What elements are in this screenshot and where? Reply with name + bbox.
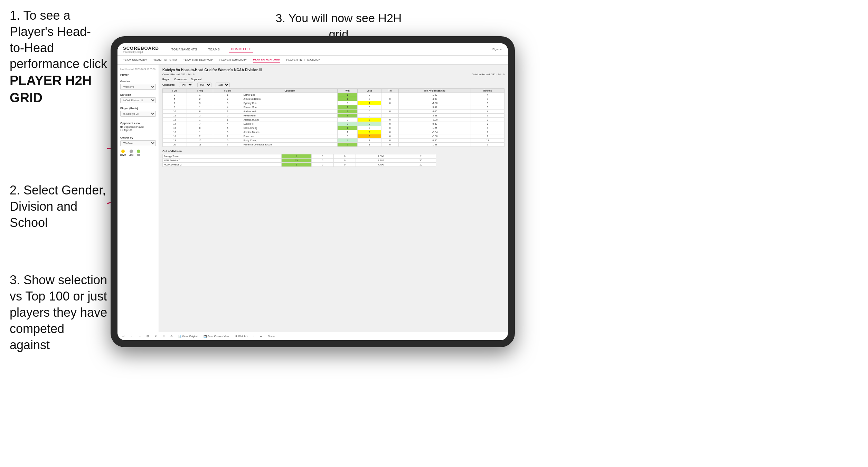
table-row: 19 10 6 Emily Chang 4 1 0 0.30 11 (163, 139, 504, 143)
col-conf: # Conf (213, 89, 242, 93)
subnav-team-h2h-grid[interactable]: TEAM H2H GRID (153, 58, 177, 62)
overall-record: Overall Record: 353 - 34 - 6 (162, 73, 195, 76)
logo-scoreboard: SCOREBOARD (123, 46, 159, 51)
table-row: 14 7 4 Eunice Yi 2 2 0 0.38 9 (163, 122, 504, 126)
colour-down: Down (120, 150, 126, 156)
opponent-filter-select[interactable]: (All) (216, 83, 230, 87)
toolbar-grid-icon[interactable]: ⊞ (145, 334, 150, 338)
toolbar-download[interactable]: ↓ (252, 334, 256, 338)
subnav-team-h2h-heatmap[interactable]: TEAM H2H HEATMAP (183, 58, 213, 62)
table-row: 20 11 7 Federica Domecq Lacroze 2 1 0 1.… (163, 143, 504, 147)
h2h-table: # Div # Reg # Conf Opponent Win Loss Tie… (162, 88, 504, 147)
out-of-division-header: Out of division (162, 150, 504, 153)
opponents-played-radio[interactable]: Opponents Played (120, 126, 156, 128)
instruction-2: 2. Select Gender, Division and School (10, 182, 108, 231)
colour-up-label: Up (137, 154, 140, 156)
ood-table-row: Foreign Team 1 0 0 4.500 2 (163, 154, 436, 159)
colour-level-label: Level (129, 154, 134, 156)
logo-sub: Powered by clippd (123, 51, 159, 53)
toolbar-undo[interactable]: ↩ (121, 334, 126, 338)
instruction-1-text: 1. To see a Player's Head- to-Head perfo… (10, 8, 107, 105)
subnav-player-h2h-heatmap[interactable]: PLAYER H2H HEATMAP (286, 58, 320, 62)
player-rank-label: Player (Rank) (120, 107, 156, 110)
gender-select[interactable]: Women's (120, 84, 156, 90)
ood-table-row: NCAA Division 2 5 0 0 7.400 10 (163, 163, 436, 167)
sidebar: Last Updated: 27/03/2024 16:55:38 Player… (117, 65, 159, 332)
subnav-player-summary[interactable]: PLAYER SUMMARY (219, 58, 247, 62)
region-filter-group: Region (162, 78, 170, 80)
opponent-view-label: Opponent view (120, 122, 156, 125)
grid-records: Overall Record: 353 - 34 - 6 Division Re… (162, 73, 504, 76)
colour-down-dot (121, 150, 125, 153)
grid-title: Katelyn Vo Head-to-Head Grid for Women's… (162, 68, 504, 72)
nav-right: Sign out (492, 48, 502, 51)
tablet: SCOREBOARD Powered by clippd TOURNAMENTS… (111, 36, 515, 347)
conference-label: Conference (174, 78, 187, 80)
subnav-player-h2h-grid[interactable]: PLAYER H2H GRID (253, 57, 280, 63)
opponent-label-header: Opponent (191, 78, 201, 80)
top100-label: Top 100 (124, 129, 132, 131)
toolbar-view-icon[interactable]: ⊙ (169, 334, 174, 338)
colour-legend: Down Level Up (120, 150, 156, 156)
nav-committee[interactable]: COMMITTEE (229, 46, 253, 53)
toolbar-share[interactable]: Share (266, 334, 276, 338)
bottom-toolbar: ↩ ← → ⊞ ↗ ↺ ⊙ 📊 View: Original 💾 Save Cu… (117, 332, 508, 340)
player-rank-section: Player (Rank) 8. Katelyn Vo (120, 107, 156, 117)
top100-radio[interactable]: Top 100 (120, 129, 156, 131)
opponent-view-section: Opponent view Opponents Played Top 100 (120, 122, 156, 131)
toolbar-forward[interactable]: → (137, 334, 143, 338)
toolbar-export[interactable]: ↗ (153, 334, 158, 338)
division-label: Division (120, 93, 156, 96)
nav-teams[interactable]: TEAMS (206, 47, 222, 52)
opponents-label: Opponents: (162, 84, 175, 86)
toolbar-back[interactable]: ← (129, 334, 134, 338)
logo-area: SCOREBOARD Powered by clippd (123, 46, 159, 53)
table-row: 5 2 2 Alexis Sudjianto 1 0 0 4.00 3 (163, 97, 504, 101)
toolbar-watch[interactable]: 👁 Watch ▾ (234, 334, 249, 338)
table-row: 16 1 3 Jessica Mason 1 2 0 -0.94 7 (163, 130, 504, 134)
toolbar-save-custom[interactable]: 💾 Save Custom View (202, 334, 230, 338)
col-tie: Tie (381, 89, 399, 93)
ood-table-row: NAIA Division 1 15 0 0 9.267 30 (163, 159, 436, 163)
col-win: Win (338, 89, 358, 93)
col-rounds: Rounds (471, 89, 504, 93)
conference-filter-select[interactable]: (All) (197, 83, 211, 87)
colour-up-dot (137, 150, 140, 153)
table-row: 11 2 5 Heejo Hyun 1 0 3.33 3 (163, 114, 504, 118)
top100-dot (120, 129, 123, 131)
main-content: Last Updated: 27/03/2024 16:55:38 Player… (117, 65, 508, 332)
table-row: 9 1 4 Sharon Mun 1 0 3.67 3 (163, 105, 504, 109)
nav-tournaments[interactable]: TOURNAMENTS (169, 47, 199, 52)
col-opponent: Opponent (242, 89, 338, 93)
col-div: # Div (163, 89, 187, 93)
table-row: 18 2 2 Euna Lee 0 3 0 -5.00 2 (163, 134, 504, 139)
table-row: 6 3 3 Sydney Kuo 0 1 0 -1.00 3 (163, 101, 504, 105)
toolbar-resize[interactable]: ⇔ (258, 334, 264, 338)
grid-area: Katelyn Vo Head-to-Head Grid for Women's… (159, 65, 508, 332)
instruction-2-text: 2. Select Gender, Division and School (10, 183, 106, 230)
opponents-row: Opponents: (All) (All) (All) (162, 83, 504, 87)
player-rank-select[interactable]: 8. Katelyn Vo (120, 111, 156, 117)
sign-out-link[interactable]: Sign out (492, 48, 502, 51)
player-section: Player (120, 73, 156, 76)
timestamp: Last Updated: 27/03/2024 16:55:38 (120, 68, 156, 70)
division-record: Division Record: 331 - 34 - 6 (472, 73, 504, 76)
colour-by-section: Colour by Win/loss (120, 136, 156, 146)
player-label: Player (120, 73, 156, 76)
colour-level-dot (130, 150, 133, 153)
table-row: 10 6 3 Andrea York 2 0 0 4.00 4 (163, 109, 504, 114)
colour-down-label: Down (120, 154, 126, 156)
subnav-team-summary[interactable]: TEAM SUMMARY (123, 58, 147, 62)
instruction-3: 3. Show selection vs Top 100 or just pla… (10, 272, 108, 353)
opponent-filter-group: Opponent (191, 78, 201, 80)
opponents-filter-select[interactable]: (All) (179, 83, 193, 87)
instruction-3-text: 3. Show selection vs Top 100 or just pla… (10, 273, 107, 352)
toolbar-view-original[interactable]: 📊 View: Original (177, 334, 199, 338)
colour-by-select[interactable]: Win/loss (120, 140, 156, 146)
toolbar-refresh[interactable]: ↺ (161, 334, 166, 338)
conference-filter-group: Conference (174, 78, 187, 80)
division-select[interactable]: NCAA Division III (120, 97, 156, 103)
colour-up: Up (137, 150, 140, 156)
col-reg: # Reg (187, 89, 213, 93)
out-of-division-table: Foreign Team 1 0 0 4.500 2 NAIA Division… (162, 154, 436, 167)
